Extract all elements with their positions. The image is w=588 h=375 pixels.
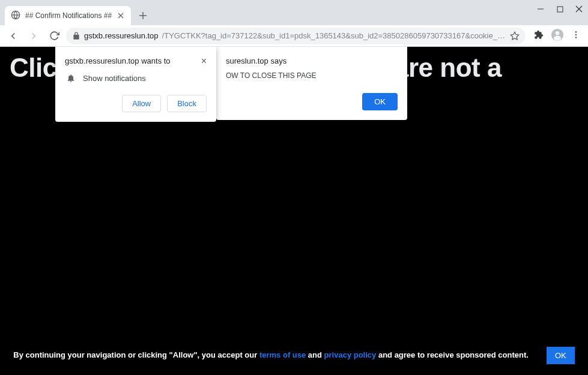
alert-ok-button[interactable]: OK [362,93,398,110]
privacy-link[interactable]: privacy policy [324,350,377,359]
bookmark-star-icon[interactable] [510,31,520,41]
bell-icon [66,73,76,83]
consent-text: By continuing your navigation or clickin… [13,349,529,362]
globe-icon [11,10,20,22]
svg-point-13 [575,31,577,33]
url-host: gstxb.ressureslun.top [84,31,159,40]
back-button[interactable] [5,28,22,44]
address-bar[interactable]: gstxb.ressureslun.top/TYGCTKK?tag_id=737… [66,28,526,44]
svg-point-14 [575,34,577,35]
tab-strip: ## Confirm Notifications ## [0,5,588,25]
reload-button[interactable] [46,28,62,44]
terms-link[interactable]: terms of use [259,350,306,359]
consent-ok-button[interactable]: OK [547,347,575,364]
permission-close-button[interactable]: × [201,56,207,66]
minimize-button[interactable] [536,5,545,13]
svg-point-15 [575,37,577,38]
url-path: /TYGCTKK?tag_id=737122&sub_id1=pdsk_1365… [162,31,506,40]
close-tab-button[interactable] [117,11,125,20]
allow-button[interactable]: Allow [122,95,161,112]
profile-icon[interactable] [551,28,564,44]
block-button[interactable]: Block [167,95,207,112]
forward-button[interactable] [25,28,42,44]
svg-point-12 [556,31,559,35]
menu-icon[interactable] [571,30,581,42]
permission-label: Show notifications [83,74,146,83]
js-alert-dialog: sureslun.top says OW TO CLOSE THIS PAGE … [216,47,407,120]
maximize-button[interactable] [556,5,564,13]
browser-tab[interactable]: ## Confirm Notifications ## [5,6,131,25]
svg-rect-1 [557,7,563,12]
tab-title: ## Confirm Notifications ## [25,11,112,20]
svg-marker-10 [511,32,518,40]
new-tab-button[interactable] [135,7,151,24]
lock-icon [72,32,80,40]
permission-origin: gstxb.ressureslun.top wants to [65,56,171,65]
page-content: Click Allow to confirm that you are not … [0,47,588,375]
browser-toolbar: gstxb.ressureslun.top/TYGCTKK?tag_id=737… [0,25,588,47]
alert-origin: sureslun.top says [226,56,398,65]
extensions-icon[interactable] [534,30,544,42]
close-window-button[interactable] [575,5,583,13]
consent-banner: By continuing your navigation or clickin… [0,347,588,364]
alert-message: OW TO CLOSE THIS PAGE [226,71,398,80]
notification-permission-prompt: gstxb.ressureslun.top wants to × Show no… [55,47,216,122]
